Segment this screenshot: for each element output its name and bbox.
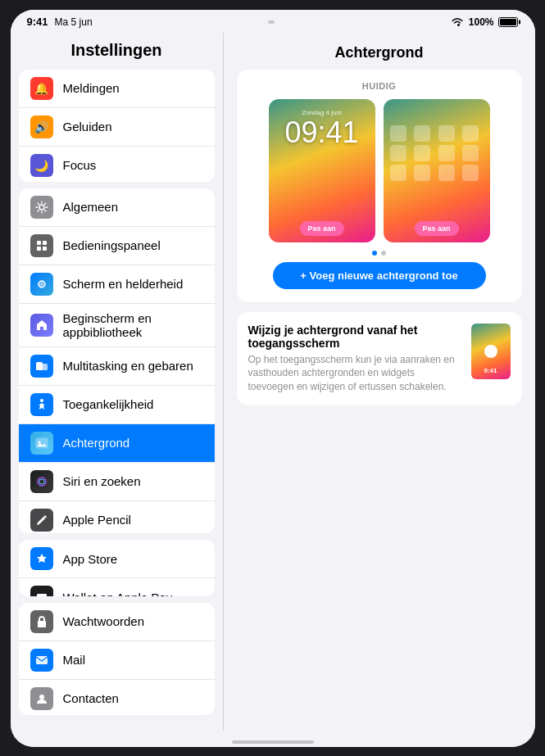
top-notch [268,20,275,24]
sidebar-title: Instellingen [11,33,223,66]
sidebar-item-meldingen[interactable]: 🔔 Meldingen [19,70,215,108]
home-grid-item [438,125,455,142]
achtergrond-label: Achtergrond [63,436,203,450]
lock-screen-info: Wijzig je achtergrond vanaf het toegangs… [237,312,522,405]
wifi-icon [451,17,464,27]
sidebar-item-contacten[interactable]: Contacten [19,680,215,715]
svg-rect-9 [36,438,48,448]
dot-1 [372,251,377,256]
home-grid-item [462,125,479,142]
mail-icon [30,649,53,672]
sidebar-item-toegankelijkheid[interactable]: Toegankelijkheid [19,386,215,424]
add-wallpaper-button[interactable]: + Voeg nieuwe achtergrond toe [273,262,486,289]
focus-icon: 🌙 [30,154,53,177]
bedieningspaneel-label: Bedieningspaneel [63,238,203,252]
svg-rect-4 [43,247,47,251]
sidebar: Instellingen 🔔 Meldingen 🔊 Geluiden 🌙 Fo… [11,33,224,731]
svg-point-22 [39,695,44,699]
sidebar-section-3: App Store Wallet en Apple Pay [19,540,215,595]
focus-label: Focus [63,158,203,172]
wallet-icon [30,586,53,595]
scherm-icon [30,273,53,296]
sidebar-item-scherm[interactable]: Scherm en helderheid [19,265,215,304]
svg-point-12 [39,479,44,484]
sidebar-item-achtergrond[interactable]: Achtergrond [19,424,215,463]
svg-rect-19 [37,594,47,595]
lock-info-desc: Op het toegangsscherm kun je via aanrake… [248,353,461,394]
beginscherm-label: Beginscherm en appbibliotheek [63,311,203,339]
svg-rect-3 [37,247,41,251]
svg-point-0 [39,205,44,210]
wachtwoorden-icon [30,610,53,633]
home-grid-item [390,145,406,161]
contacten-label: Contacten [63,691,203,705]
meldingen-icon: 🔔 [30,77,53,100]
detail-panel: Achtergrond HUIDIG Zondag 4 juni 09:41 P… [224,33,535,731]
wachtwoorden-label: Wachtwoorden [63,614,203,628]
lock-mini-dot [484,345,497,358]
svg-point-8 [40,399,43,402]
home-grid-item [462,145,479,161]
applepencil-label: Apple Pencil [63,513,203,527]
meldingen-label: Meldingen [63,81,203,95]
status-bar: 9:41 Ma 5 jun 100% [11,10,535,33]
sidebar-item-geluiden[interactable]: 🔊 Geluiden [19,108,215,147]
lock-screen-preview[interactable]: Zondag 4 juni 09:41 Pas aan [269,99,375,242]
status-day: Ma 5 jun [55,16,93,28]
home-grid-item [438,145,455,161]
sidebar-section-4: Wachtwoorden Mail Contacten 31 [19,603,215,715]
sidebar-item-mail[interactable]: Mail [19,641,215,680]
lock-wp-time: 09:41 [284,118,358,147]
algemeen-icon [30,196,53,219]
sidebar-section-2: Algemeen Bedieningspaneel Scherm en held… [19,188,215,534]
bedieningspaneel-icon [30,234,53,257]
sidebar-item-multitasking[interactable]: Multitasking en gebaren [19,347,215,386]
page-dots [248,251,511,256]
siri-label: Siri en zoeken [63,474,203,488]
svg-rect-1 [37,241,41,245]
home-pas-aan-btn[interactable]: Pas aan [414,221,458,236]
siri-icon [30,470,53,493]
geluiden-icon: 🔊 [30,115,53,138]
sidebar-item-applepencil[interactable]: Apple Pencil [19,501,215,534]
home-grid-item [414,165,430,181]
algemeen-label: Algemeen [63,200,203,214]
sidebar-item-bedieningspaneel[interactable]: Bedieningspaneel [19,227,215,265]
svg-rect-21 [36,656,48,664]
home-screen-preview[interactable]: Pas aan [384,99,490,242]
appstore-label: App Store [63,552,203,566]
sidebar-item-wallet[interactable]: Wallet en Apple Pay [19,578,215,595]
battery-icon [498,17,518,27]
sidebar-item-appstore[interactable]: App Store [19,540,215,578]
home-grid-item [414,125,430,142]
home-grid-item [390,165,406,181]
sidebar-item-algemeen[interactable]: Algemeen [19,188,215,227]
lock-info-title: Wijzig je achtergrond vanaf het toegangs… [248,324,461,350]
sidebar-item-wachtwoorden[interactable]: Wachtwoorden [19,603,215,641]
sidebar-item-siri[interactable]: Siri en zoeken [19,463,215,501]
wallet-label: Wallet en Apple Pay [63,591,203,596]
multitasking-icon [30,355,53,378]
scherm-label: Scherm en helderheid [63,277,203,291]
lock-mini-preview: 9:41 [471,324,511,379]
home-grid [384,125,490,181]
geluiden-label: Geluiden [63,120,203,134]
sidebar-section-1: 🔔 Meldingen 🔊 Geluiden 🌙 Focus ⏱ Schermt… [19,70,215,182]
wallpaper-section: HUIDIG Zondag 4 juni 09:41 Pas aan [237,70,522,302]
beginscherm-icon [30,314,53,337]
sidebar-item-beginscherm[interactable]: Beginscherm en appbibliotheek [19,304,215,347]
mail-label: Mail [63,653,203,667]
home-grid-item [438,165,455,181]
svg-rect-2 [43,241,47,245]
toegankelijkheid-icon [30,393,53,416]
appstore-icon [30,547,53,570]
home-indicator [232,740,314,744]
svg-point-10 [38,441,40,443]
huidig-label: HUIDIG [248,81,511,91]
applepencil-icon [30,509,53,532]
achtergrond-icon [30,432,53,455]
lock-pas-aan-btn[interactable]: Pas aan [299,221,343,236]
home-grid-item [462,165,479,181]
sidebar-item-focus[interactable]: 🌙 Focus [19,147,215,182]
toegankelijkheid-label: Toegankelijkheid [63,397,203,411]
